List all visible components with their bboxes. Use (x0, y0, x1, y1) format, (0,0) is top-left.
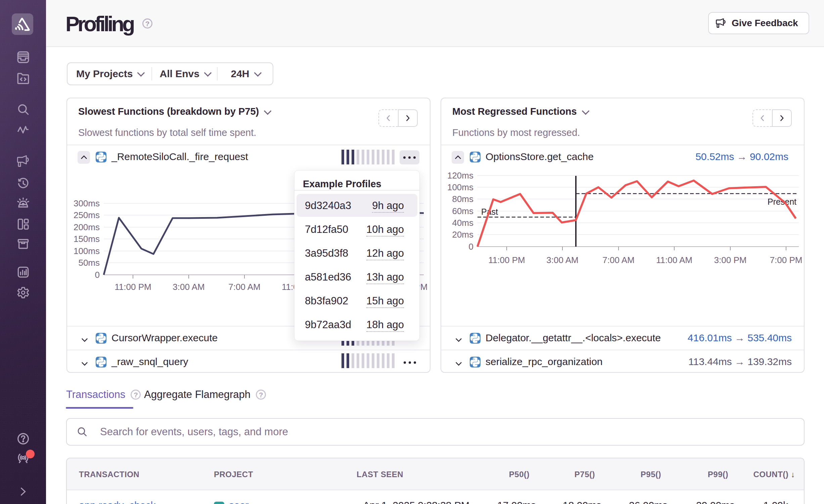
svg-text:50ms: 50ms (78, 258, 100, 268)
svg-text:7:00 PM: 7:00 PM (770, 255, 803, 265)
svg-text:3:00 AM: 3:00 AM (173, 282, 204, 292)
svg-text:60ms: 60ms (452, 206, 473, 216)
svg-text:20ms: 20ms (452, 230, 473, 240)
svg-text:11:00 PM: 11:00 PM (115, 282, 151, 292)
svg-text:0: 0 (469, 242, 473, 252)
svg-text:100ms: 100ms (74, 246, 100, 256)
svg-text:40ms: 40ms (452, 218, 473, 228)
svg-text:100ms: 100ms (447, 182, 473, 192)
svg-text:250ms: 250ms (74, 210, 100, 220)
svg-text:Present: Present (768, 197, 796, 206)
svg-text:120ms: 120ms (447, 170, 473, 181)
svg-text:80ms: 80ms (452, 194, 473, 204)
svg-text:0: 0 (95, 270, 100, 280)
svg-text:7:00 AM: 7:00 AM (602, 255, 634, 265)
svg-text:150ms: 150ms (74, 234, 100, 244)
svg-text:3:00 AM: 3:00 AM (546, 255, 578, 265)
svg-text:300ms: 300ms (74, 198, 100, 208)
svg-text:11:00 PM: 11:00 PM (488, 255, 525, 265)
svg-text:11:00 AM: 11:00 AM (656, 255, 692, 265)
svg-text:3:00 PM: 3:00 PM (714, 255, 747, 265)
svg-text:200ms: 200ms (74, 222, 100, 232)
svg-text:7:00 AM: 7:00 AM (228, 282, 260, 292)
